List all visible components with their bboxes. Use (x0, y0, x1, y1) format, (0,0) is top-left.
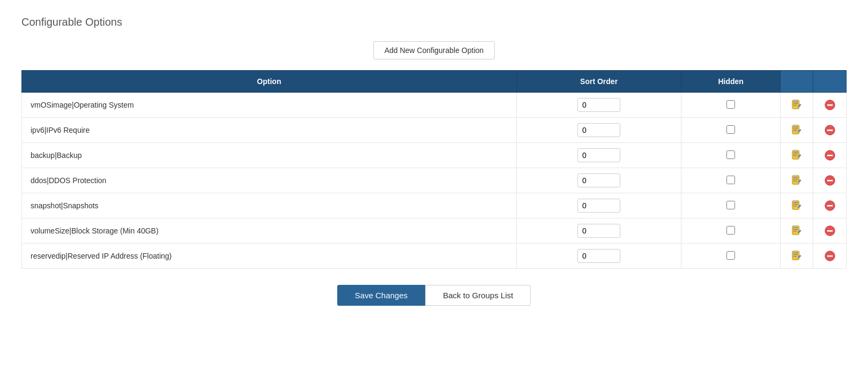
edit-icon[interactable] (791, 99, 803, 111)
delete-icon[interactable] (824, 124, 836, 136)
svg-rect-4 (794, 100, 797, 101)
svg-rect-3 (793, 105, 797, 105)
svg-rect-44 (793, 254, 798, 255)
svg-rect-28 (792, 201, 799, 210)
sort-order-cell (516, 218, 681, 244)
sort-order-cell (516, 143, 681, 168)
svg-rect-18 (794, 150, 797, 152)
svg-rect-11 (794, 125, 797, 126)
svg-rect-6 (827, 104, 833, 105)
hidden-cell (681, 168, 781, 193)
delete-icon[interactable] (824, 99, 836, 111)
svg-rect-16 (793, 154, 798, 154)
hidden-cell (681, 118, 781, 143)
edit-action-cell (780, 193, 813, 218)
svg-rect-8 (793, 127, 798, 127)
table-row: ddos|DDOS Protection (22, 168, 847, 193)
edit-icon[interactable] (791, 175, 803, 186)
svg-rect-35 (792, 226, 799, 235)
hidden-checkbox[interactable] (726, 125, 735, 134)
svg-rect-20 (827, 155, 833, 156)
hidden-checkbox[interactable] (726, 251, 735, 260)
column-header-hidden: Hidden (681, 71, 781, 93)
sort-order-cell (516, 244, 681, 269)
edit-action-cell (780, 244, 813, 269)
delete-icon[interactable] (824, 175, 836, 186)
sort-order-input[interactable] (577, 199, 620, 213)
delete-action-cell (813, 244, 847, 269)
svg-rect-23 (793, 179, 798, 179)
page-title: Configurable Options (21, 16, 847, 28)
delete-action-cell (813, 193, 847, 218)
svg-rect-43 (793, 253, 798, 253)
svg-rect-34 (827, 205, 833, 206)
table-row: vmOSimage|Operating System (22, 93, 847, 118)
sort-order-cell (516, 168, 681, 193)
svg-rect-17 (793, 155, 797, 156)
table-row: ipv6|IPv6 Require (22, 118, 847, 143)
option-cell: ipv6|IPv6 Require (22, 118, 517, 143)
svg-rect-38 (793, 231, 797, 231)
delete-icon[interactable] (824, 250, 836, 262)
svg-rect-10 (793, 130, 797, 131)
sort-order-input[interactable] (577, 249, 620, 263)
delete-icon[interactable] (824, 200, 836, 212)
hidden-cell (681, 218, 781, 244)
sort-order-input[interactable] (577, 148, 620, 162)
delete-action-cell (813, 143, 847, 168)
svg-rect-15 (793, 152, 798, 153)
svg-rect-2 (793, 103, 798, 104)
column-header-edit (780, 71, 813, 93)
svg-rect-30 (793, 204, 798, 205)
save-changes-button[interactable]: Save Changes (337, 285, 425, 306)
sort-order-input[interactable] (577, 123, 620, 137)
hidden-cell (681, 143, 781, 168)
hidden-checkbox[interactable] (726, 226, 735, 235)
edit-action-cell (780, 218, 813, 244)
table-row: snapshot|Snapshots (22, 193, 847, 218)
edit-icon[interactable] (791, 250, 803, 262)
column-header-delete (813, 71, 847, 93)
delete-action-cell (813, 168, 847, 193)
hidden-cell (681, 93, 781, 118)
svg-rect-46 (794, 251, 797, 252)
edit-icon[interactable] (791, 200, 803, 212)
svg-rect-39 (794, 225, 797, 227)
edit-icon[interactable] (791, 124, 803, 136)
svg-rect-29 (793, 202, 798, 203)
hidden-checkbox[interactable] (726, 100, 735, 109)
svg-rect-31 (793, 206, 797, 206)
sort-order-input[interactable] (577, 224, 620, 238)
hidden-cell (681, 244, 781, 269)
hidden-checkbox[interactable] (726, 150, 735, 159)
add-new-option-button[interactable]: Add New Configurable Option (373, 41, 495, 59)
option-cell: snapshot|Snapshots (22, 193, 517, 218)
back-to-groups-button[interactable]: Back to Groups List (425, 285, 531, 306)
table-row: backup|Backup (22, 143, 847, 168)
configurable-options-table: Option Sort Order Hidden vmOSimage|Opera… (21, 70, 847, 269)
delete-icon[interactable] (824, 149, 836, 161)
sort-order-input[interactable] (577, 173, 620, 187)
delete-action-cell (813, 118, 847, 143)
option-cell: vmOSimage|Operating System (22, 93, 517, 118)
table-row: reservedip|Reserved IP Address (Floating… (22, 244, 847, 269)
hidden-cell (681, 193, 781, 218)
edit-icon[interactable] (791, 225, 803, 237)
svg-rect-32 (794, 200, 797, 202)
svg-rect-27 (827, 180, 833, 181)
sort-order-input[interactable] (577, 98, 620, 112)
table-row: volumeSize|Block Storage (Min 40GB) (22, 218, 847, 244)
hidden-checkbox[interactable] (726, 201, 735, 209)
option-cell: volumeSize|Block Storage (Min 40GB) (22, 218, 517, 244)
svg-rect-24 (793, 180, 797, 181)
option-cell: ddos|DDOS Protection (22, 168, 517, 193)
svg-rect-1 (793, 102, 798, 102)
edit-icon[interactable] (791, 149, 803, 161)
option-cell: backup|Backup (22, 143, 517, 168)
sort-order-cell (516, 193, 681, 218)
delete-action-cell (813, 218, 847, 244)
delete-action-cell (813, 93, 847, 118)
sort-order-cell (516, 93, 681, 118)
hidden-checkbox[interactable] (726, 176, 735, 184)
delete-icon[interactable] (824, 225, 836, 237)
